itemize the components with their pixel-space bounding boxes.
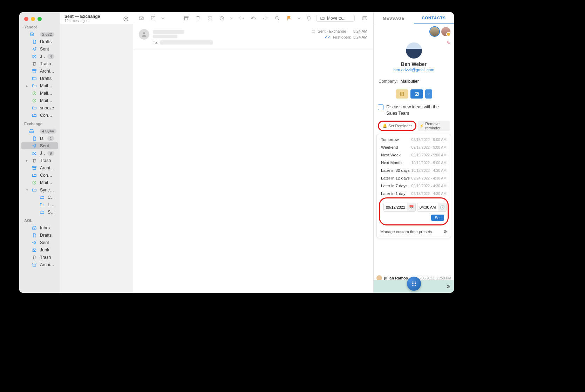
preset-later-in-12-days[interactable]: Later in 12 days09/24/2022 - 4:30 AM (377, 174, 451, 182)
sidebar-item-conversation-history[interactable]: Conversation History (21, 111, 58, 119)
move-to-button[interactable]: Move to... (316, 15, 355, 22)
preset-later-in-30-days[interactable]: Later in 30 days10/12/2022 - 4:30 AM (377, 167, 451, 174)
new-mail-icon[interactable] (137, 14, 146, 22)
sidebar-item-sync-issues[interactable]: ▾Sync Issues (21, 186, 58, 194)
sidebar-item-junk[interactable]: Junk4 (21, 53, 58, 60)
edit-contact-icon[interactable]: ✎ (447, 40, 450, 46)
sidebar-item-archive[interactable]: Archive (21, 261, 58, 268)
compose-dropdown-icon[interactable] (161, 14, 165, 22)
svg-point-24 (413, 282, 414, 283)
sidebar-item-junk[interactable]: Junk (21, 246, 58, 254)
contacts-panel: MESSAGE CONTACTS ✎ Ben Weber ben.advvit@… (373, 12, 454, 293)
close-window[interactable] (24, 17, 28, 21)
sidebar-item-drafts[interactable]: Drafts (21, 231, 58, 239)
preset-weekend[interactable]: Weekend09/17/2022 - 9:00 AM (377, 143, 451, 151)
sidebar-item-trash[interactable]: ▸Trash (21, 157, 58, 164)
subject-redacted (153, 35, 177, 38)
sidebar-item-mailbutler---snoozed[interactable]: Mailbutler - Snoozed (21, 97, 58, 104)
preset-later-in-1-day[interactable]: Later in 1 day09/13/2022 - 4:30 AM (377, 190, 451, 197)
sidebar-item-inbox[interactable]: Inbox47,044 (21, 127, 58, 135)
preset-tomorrow[interactable]: Tomorrow09/13/2022 - 9:00 AM (377, 136, 451, 143)
mailbutler-logo-icon[interactable] (360, 14, 369, 22)
annotation-set-reminder: 🔔 Set Reminder (378, 121, 416, 131)
sidebar-item-drafts[interactable]: Drafts (21, 75, 58, 82)
sidebar-item-trash[interactable]: Trash (21, 60, 58, 67)
gear-icon[interactable]: ⚙ (443, 229, 447, 234)
sidebar-item-drafts[interactable]: Drafts (21, 38, 58, 45)
minimize-window[interactable] (31, 17, 35, 21)
message-folder: Sent - Exchange (318, 29, 346, 33)
clock-icon[interactable]: 🕒 (438, 203, 446, 211)
flag-icon[interactable] (285, 14, 294, 22)
sidebar-item-archive[interactable]: Archive (21, 67, 58, 75)
sidebar-item-local-failures[interactable]: Local Failures (21, 201, 58, 208)
sidebar-item-conflicts[interactable]: Conflicts (21, 194, 58, 201)
sidebar-item-inbox[interactable]: Inbox (21, 224, 58, 231)
svg-point-19 (276, 16, 278, 19)
date-input[interactable] (384, 205, 407, 209)
bell-small-icon: 🔔 (382, 123, 387, 128)
search-icon[interactable] (273, 14, 282, 22)
snooze-icon[interactable] (217, 14, 226, 22)
sidebar-item-archive[interactable]: Archive (21, 164, 58, 171)
sidebar-item-mailbutler---scheduled[interactable]: Mailbutler - Scheduled (21, 179, 58, 186)
archive-icon[interactable] (182, 14, 191, 22)
sidebar-item-conversation-history[interactable]: Conversation History (21, 171, 58, 179)
zoom-window[interactable] (38, 17, 42, 21)
reply-all-icon[interactable] (249, 14, 258, 22)
date-field[interactable]: 📅 (383, 203, 416, 212)
delete-icon[interactable] (193, 14, 203, 22)
sidebar-item-mailbutler[interactable]: ▸Mailbutler (21, 82, 58, 89)
contact-thumb-1[interactable] (430, 27, 439, 36)
set-reminder-button[interactable]: 🔔 Set Reminder (381, 122, 413, 129)
bell-icon[interactable] (304, 14, 313, 22)
tasks-dropdown[interactable] (425, 89, 432, 99)
compose-icon[interactable] (149, 14, 158, 22)
svg-point-30 (413, 285, 414, 286)
time-field[interactable]: 🕒 (417, 203, 447, 212)
forward-icon[interactable] (261, 14, 270, 22)
sidebar-item-drafts[interactable]: Drafts1 (21, 135, 58, 142)
sidebar-item-trash[interactable]: Trash (21, 254, 58, 261)
svg-point-29 (412, 285, 413, 286)
sidebar-item-junk[interactable]: Junk9 (21, 149, 58, 157)
tab-contacts[interactable]: CONTACTS (414, 12, 454, 24)
tasks-button[interactable] (410, 89, 423, 99)
reminder-buttons: 🔔 Set Reminder ⚡ Remove reminder (374, 119, 454, 133)
sidebar-item-sent[interactable]: Sent (21, 45, 58, 53)
time-input[interactable] (417, 205, 438, 209)
manage-presets-row[interactable]: Manage custom time presets ⚙ (377, 227, 451, 236)
tab-message[interactable]: MESSAGE (374, 12, 414, 24)
task-checkbox[interactable] (378, 104, 383, 110)
sidebar-item-sent[interactable]: Sent (21, 239, 58, 246)
settings-gear-icon[interactable]: ⚙ (446, 284, 450, 289)
contact-thumb-2[interactable] (441, 27, 450, 36)
message-list-pane: Sent — Exchange 124 messages (60, 12, 133, 293)
set-button[interactable]: Set (431, 215, 444, 221)
apps-fab[interactable] (407, 277, 421, 291)
notes-button[interactable] (396, 89, 408, 99)
flag-dropdown-icon[interactable] (297, 14, 301, 22)
contact-email[interactable]: ben.advvit@gmail.com (378, 68, 450, 72)
preset-next-month[interactable]: Next Month10/12/2022 - 9:00 AM (377, 159, 451, 167)
sidebar-item-mailbutler---scheduled[interactable]: Mailbutler - Scheduled (21, 89, 58, 97)
mail-app-window: Yahoo!Inbox2,622DraftsSentJunk4TrashArch… (19, 12, 454, 293)
preset-later-in-7-days[interactable]: Later in 7 days09/19/2022 - 4:30 AM (377, 182, 451, 190)
sidebar-item-server-failures[interactable]: Server Failures (21, 208, 58, 216)
sender-name-redacted (153, 30, 184, 34)
sidebar-item-inbox[interactable]: Inbox2,622 (21, 31, 58, 38)
task-text: Discuss new ideas with the Sales Team (386, 104, 449, 116)
panel-tabs: MESSAGE CONTACTS (374, 12, 454, 24)
sidebar-account-header: Exchange (19, 119, 60, 127)
sidebar-item-sent[interactable]: Sent (21, 142, 58, 149)
recent-time: 5/08/2022, 11:50 PM (419, 276, 451, 280)
snooze-dropdown-icon[interactable] (229, 14, 234, 22)
remove-reminder-button[interactable]: ⚡ Remove reminder (418, 121, 450, 131)
sidebar-item-snooze[interactable]: snooze (21, 104, 58, 111)
calendar-icon[interactable]: 📅 (407, 203, 415, 211)
list-filter-button[interactable] (123, 16, 129, 22)
reply-icon[interactable] (237, 14, 246, 22)
preset-next-week[interactable]: Next Week09/19/2022 - 9:00 AM (377, 151, 451, 159)
company-row: Company: Mailbutler (374, 76, 454, 87)
junk-icon[interactable] (205, 14, 215, 22)
